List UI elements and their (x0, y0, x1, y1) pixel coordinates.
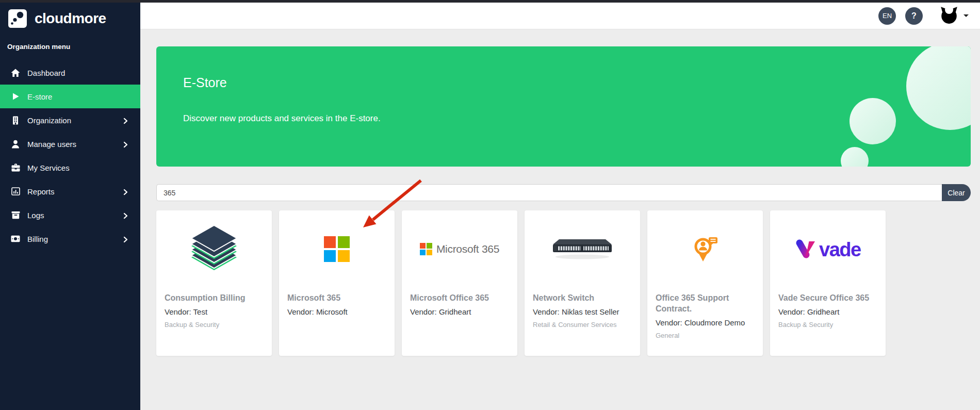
page-title: E-Store (183, 75, 227, 90)
sidebar-section-label: Organization menu (0, 29, 140, 51)
sidebar-item-label: Billing (27, 235, 48, 243)
sidebar-item-dashboard[interactable]: Dashboard (0, 61, 140, 85)
product-title: Microsoft Office 365 (410, 293, 509, 304)
language-button[interactable]: EN (878, 7, 896, 25)
network-switch-image (551, 235, 614, 263)
cloudmore-logo-icon (7, 8, 28, 29)
chevron-right-icon (123, 236, 128, 245)
product-category: General (656, 332, 755, 339)
microsoft-365-wordmark-logo: Microsoft 365 (402, 210, 517, 288)
sidebar-item-label: Manage users (27, 140, 76, 149)
product-vendor: Vendor: Microsoft (287, 307, 386, 316)
archive-icon (10, 210, 21, 220)
product-category: Backup & Security (165, 321, 264, 329)
product-card-network-switch[interactable]: Network Switch Vendor: Niklas test Selle… (525, 210, 640, 356)
estore-banner: E-Store Discover new products and servic… (156, 46, 971, 167)
briefcase-icon (10, 163, 21, 172)
avatar (939, 5, 959, 27)
sidebar-item-label: Organization (27, 116, 71, 125)
support-contract-icon (690, 235, 720, 264)
search-input[interactable] (156, 184, 942, 201)
user-icon (10, 139, 21, 149)
sidebar-item-manage-users[interactable]: Manage users (0, 132, 140, 156)
microsoft-squares-logo (279, 210, 395, 288)
banner-decor-circle (841, 147, 869, 167)
building-icon (10, 116, 21, 125)
banner-decor-circle (906, 46, 971, 130)
product-vendor: Vendor: Test (165, 307, 264, 316)
product-category: Retail & Consumer Services (533, 321, 632, 329)
product-title: Office 365 Support Contract. (656, 293, 755, 315)
sidebar-item-reports[interactable]: Reports (0, 179, 140, 203)
chevron-right-icon (123, 117, 128, 126)
main-content: E-Store Discover new products and servic… (140, 29, 980, 410)
window-top-strip (0, 0, 980, 3)
support-pin-logo (647, 210, 763, 288)
sidebar-item-label: My Services (27, 163, 70, 172)
search-group: Clear (156, 184, 971, 201)
product-card-office-365-support-contract[interactable]: Office 365 Support Contract. Vendor: Clo… (647, 210, 763, 356)
product-card-microsoft-office-365[interactable]: Microsoft 365 Microsoft Office 365 Vendo… (402, 210, 517, 356)
play-icon (10, 92, 21, 101)
stack-layers-logo (156, 210, 272, 288)
sidebar-item-billing[interactable]: Billing (0, 227, 140, 251)
vade-logo: vade (770, 210, 886, 288)
chevron-right-icon (123, 141, 128, 150)
sidebar-item-label: Dashboard (27, 69, 65, 77)
product-vendor: Vendor: Niklas test Seller (533, 307, 632, 316)
sidebar-item-label: Logs (27, 211, 44, 220)
sidebar-item-label: Reports (27, 187, 55, 196)
sidebar-item-logs[interactable]: Logs (0, 203, 140, 227)
product-vendor: Vendor: Cloudmore Demo (656, 318, 755, 327)
caret-down-icon (963, 14, 969, 17)
clear-search-button[interactable]: Clear (942, 184, 971, 201)
chevron-right-icon (123, 212, 128, 221)
network-switch-logo (525, 210, 640, 288)
product-title: Consumption Billing (165, 293, 264, 304)
sidebar: cloudmore Organization menu Dashboard E-… (0, 3, 140, 410)
stack-logo (189, 225, 239, 273)
product-vendor: Vendor: Gridheart (778, 307, 877, 316)
microsoft-logo (324, 236, 350, 262)
page-subtitle: Discover new products and services in th… (183, 113, 381, 124)
sidebar-item-organization[interactable]: Organization (0, 108, 140, 132)
product-title: Microsoft 365 (287, 293, 386, 304)
top-header: EN ? (140, 3, 980, 29)
product-title: Network Switch (533, 293, 632, 304)
user-menu-button[interactable] (939, 5, 969, 27)
sidebar-item-my-services[interactable]: My Services (0, 156, 140, 179)
sidebar-item-e-store[interactable]: E-store (0, 85, 140, 108)
svg-text:vade: vade (819, 239, 861, 260)
money-icon (10, 234, 21, 243)
sidebar-item-label: E-store (27, 92, 52, 101)
brand-name: cloudmore (35, 10, 106, 27)
product-grid: Consumption Billing Vendor: Test Backup … (156, 210, 886, 356)
chart-icon (10, 187, 21, 196)
product-title: Vade Secure Office 365 (778, 293, 877, 304)
microsoft-logo-small (420, 243, 432, 255)
chevron-right-icon (123, 188, 128, 198)
help-button[interactable]: ? (905, 7, 923, 25)
product-card-microsoft-365[interactable]: Microsoft 365 Vendor: Microsoft (279, 210, 395, 356)
banner-decor-circle (850, 98, 896, 144)
vade-logo: vade (794, 237, 861, 261)
sidebar-nav: Dashboard E-store Organization Manage us… (0, 61, 140, 251)
product-category: Backup & Security (778, 321, 877, 329)
product-card-consumption-billing[interactable]: Consumption Billing Vendor: Test Backup … (156, 210, 272, 356)
product-card-vade-secure-office-365[interactable]: vade Vade Secure Office 365 Vendor: Grid… (770, 210, 886, 356)
brand-logo[interactable]: cloudmore (0, 3, 140, 29)
product-vendor: Vendor: Gridheart (410, 307, 509, 316)
home-icon (10, 68, 21, 77)
microsoft-365-wordmark-text: Microsoft 365 (436, 243, 499, 255)
